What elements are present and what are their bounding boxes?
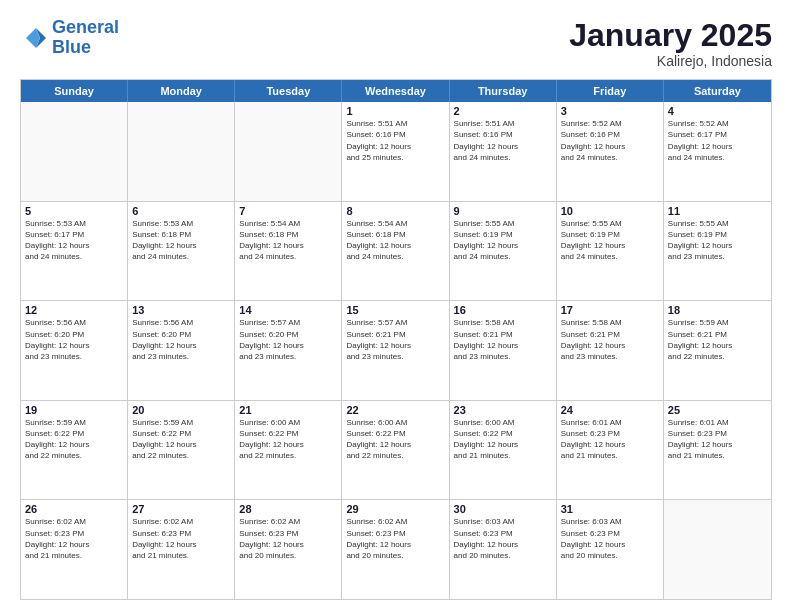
week-row-1: 1Sunrise: 5:51 AM Sunset: 6:16 PM Daylig…	[21, 102, 771, 202]
day-number: 6	[132, 205, 230, 217]
day-cell-3: 3Sunrise: 5:52 AM Sunset: 6:16 PM Daylig…	[557, 102, 664, 201]
day-cell-10: 10Sunrise: 5:55 AM Sunset: 6:19 PM Dayli…	[557, 202, 664, 301]
day-info: Sunrise: 5:51 AM Sunset: 6:16 PM Dayligh…	[454, 118, 552, 163]
day-number: 14	[239, 304, 337, 316]
day-cell-16: 16Sunrise: 5:58 AM Sunset: 6:21 PM Dayli…	[450, 301, 557, 400]
day-cell-27: 27Sunrise: 6:02 AM Sunset: 6:23 PM Dayli…	[128, 500, 235, 599]
day-cell-18: 18Sunrise: 5:59 AM Sunset: 6:21 PM Dayli…	[664, 301, 771, 400]
day-cell-26: 26Sunrise: 6:02 AM Sunset: 6:23 PM Dayli…	[21, 500, 128, 599]
day-of-week-tuesday: Tuesday	[235, 80, 342, 102]
day-info: Sunrise: 6:00 AM Sunset: 6:22 PM Dayligh…	[454, 417, 552, 462]
day-number: 31	[561, 503, 659, 515]
logo: General Blue	[20, 18, 119, 58]
day-info: Sunrise: 5:52 AM Sunset: 6:16 PM Dayligh…	[561, 118, 659, 163]
day-cell-14: 14Sunrise: 5:57 AM Sunset: 6:20 PM Dayli…	[235, 301, 342, 400]
logo-general: General	[52, 17, 119, 37]
day-info: Sunrise: 6:02 AM Sunset: 6:23 PM Dayligh…	[239, 516, 337, 561]
week-row-2: 5Sunrise: 5:53 AM Sunset: 6:17 PM Daylig…	[21, 202, 771, 302]
day-info: Sunrise: 5:52 AM Sunset: 6:17 PM Dayligh…	[668, 118, 767, 163]
day-cell-22: 22Sunrise: 6:00 AM Sunset: 6:22 PM Dayli…	[342, 401, 449, 500]
day-cell-20: 20Sunrise: 5:59 AM Sunset: 6:22 PM Dayli…	[128, 401, 235, 500]
day-cell-17: 17Sunrise: 5:58 AM Sunset: 6:21 PM Dayli…	[557, 301, 664, 400]
day-number: 1	[346, 105, 444, 117]
day-number: 26	[25, 503, 123, 515]
day-of-week-saturday: Saturday	[664, 80, 771, 102]
day-info: Sunrise: 5:53 AM Sunset: 6:18 PM Dayligh…	[132, 218, 230, 263]
day-cell-7: 7Sunrise: 5:54 AM Sunset: 6:18 PM Daylig…	[235, 202, 342, 301]
day-cell-28: 28Sunrise: 6:02 AM Sunset: 6:23 PM Dayli…	[235, 500, 342, 599]
day-info: Sunrise: 5:55 AM Sunset: 6:19 PM Dayligh…	[454, 218, 552, 263]
day-info: Sunrise: 6:02 AM Sunset: 6:23 PM Dayligh…	[25, 516, 123, 561]
month-title: January 2025	[569, 18, 772, 53]
day-info: Sunrise: 5:54 AM Sunset: 6:18 PM Dayligh…	[239, 218, 337, 263]
day-info: Sunrise: 5:51 AM Sunset: 6:16 PM Dayligh…	[346, 118, 444, 163]
calendar-header: SundayMondayTuesdayWednesdayThursdayFrid…	[21, 80, 771, 102]
day-number: 4	[668, 105, 767, 117]
day-cell-19: 19Sunrise: 5:59 AM Sunset: 6:22 PM Dayli…	[21, 401, 128, 500]
week-row-4: 19Sunrise: 5:59 AM Sunset: 6:22 PM Dayli…	[21, 401, 771, 501]
day-info: Sunrise: 6:03 AM Sunset: 6:23 PM Dayligh…	[454, 516, 552, 561]
day-number: 15	[346, 304, 444, 316]
day-cell-31: 31Sunrise: 6:03 AM Sunset: 6:23 PM Dayli…	[557, 500, 664, 599]
day-cell-15: 15Sunrise: 5:57 AM Sunset: 6:21 PM Dayli…	[342, 301, 449, 400]
day-number: 18	[668, 304, 767, 316]
day-number: 19	[25, 404, 123, 416]
location: Kalirejo, Indonesia	[569, 53, 772, 69]
day-of-week-thursday: Thursday	[450, 80, 557, 102]
day-info: Sunrise: 5:58 AM Sunset: 6:21 PM Dayligh…	[454, 317, 552, 362]
day-info: Sunrise: 5:57 AM Sunset: 6:20 PM Dayligh…	[239, 317, 337, 362]
day-of-week-sunday: Sunday	[21, 80, 128, 102]
day-number: 3	[561, 105, 659, 117]
day-number: 10	[561, 205, 659, 217]
calendar: SundayMondayTuesdayWednesdayThursdayFrid…	[20, 79, 772, 600]
day-cell-2: 2Sunrise: 5:51 AM Sunset: 6:16 PM Daylig…	[450, 102, 557, 201]
day-info: Sunrise: 5:57 AM Sunset: 6:21 PM Dayligh…	[346, 317, 444, 362]
day-cell-30: 30Sunrise: 6:03 AM Sunset: 6:23 PM Dayli…	[450, 500, 557, 599]
day-number: 29	[346, 503, 444, 515]
day-cell-12: 12Sunrise: 5:56 AM Sunset: 6:20 PM Dayli…	[21, 301, 128, 400]
day-number: 13	[132, 304, 230, 316]
day-cell-23: 23Sunrise: 6:00 AM Sunset: 6:22 PM Dayli…	[450, 401, 557, 500]
day-info: Sunrise: 6:02 AM Sunset: 6:23 PM Dayligh…	[346, 516, 444, 561]
day-number: 20	[132, 404, 230, 416]
day-cell-1: 1Sunrise: 5:51 AM Sunset: 6:16 PM Daylig…	[342, 102, 449, 201]
header: General Blue January 2025 Kalirejo, Indo…	[20, 18, 772, 69]
day-info: Sunrise: 5:59 AM Sunset: 6:21 PM Dayligh…	[668, 317, 767, 362]
day-info: Sunrise: 6:03 AM Sunset: 6:23 PM Dayligh…	[561, 516, 659, 561]
day-cell-24: 24Sunrise: 6:01 AM Sunset: 6:23 PM Dayli…	[557, 401, 664, 500]
day-number: 30	[454, 503, 552, 515]
day-info: Sunrise: 5:53 AM Sunset: 6:17 PM Dayligh…	[25, 218, 123, 263]
title-block: January 2025 Kalirejo, Indonesia	[569, 18, 772, 69]
day-info: Sunrise: 5:55 AM Sunset: 6:19 PM Dayligh…	[668, 218, 767, 263]
day-number: 9	[454, 205, 552, 217]
day-number: 16	[454, 304, 552, 316]
day-info: Sunrise: 5:56 AM Sunset: 6:20 PM Dayligh…	[132, 317, 230, 362]
day-info: Sunrise: 5:59 AM Sunset: 6:22 PM Dayligh…	[132, 417, 230, 462]
day-number: 27	[132, 503, 230, 515]
day-info: Sunrise: 5:54 AM Sunset: 6:18 PM Dayligh…	[346, 218, 444, 263]
day-number: 2	[454, 105, 552, 117]
empty-cell	[21, 102, 128, 201]
calendar-body: 1Sunrise: 5:51 AM Sunset: 6:16 PM Daylig…	[21, 102, 771, 599]
day-number: 5	[25, 205, 123, 217]
day-cell-21: 21Sunrise: 6:00 AM Sunset: 6:22 PM Dayli…	[235, 401, 342, 500]
day-cell-29: 29Sunrise: 6:02 AM Sunset: 6:23 PM Dayli…	[342, 500, 449, 599]
logo-icon	[20, 24, 48, 52]
day-number: 12	[25, 304, 123, 316]
day-number: 23	[454, 404, 552, 416]
logo-blue: Blue	[52, 38, 119, 58]
week-row-5: 26Sunrise: 6:02 AM Sunset: 6:23 PM Dayli…	[21, 500, 771, 599]
day-number: 24	[561, 404, 659, 416]
day-info: Sunrise: 5:56 AM Sunset: 6:20 PM Dayligh…	[25, 317, 123, 362]
day-number: 28	[239, 503, 337, 515]
empty-cell	[235, 102, 342, 201]
day-number: 7	[239, 205, 337, 217]
day-number: 17	[561, 304, 659, 316]
day-cell-25: 25Sunrise: 6:01 AM Sunset: 6:23 PM Dayli…	[664, 401, 771, 500]
day-number: 22	[346, 404, 444, 416]
logo-text: General Blue	[52, 18, 119, 58]
day-cell-5: 5Sunrise: 5:53 AM Sunset: 6:17 PM Daylig…	[21, 202, 128, 301]
day-number: 21	[239, 404, 337, 416]
day-info: Sunrise: 6:01 AM Sunset: 6:23 PM Dayligh…	[561, 417, 659, 462]
day-of-week-wednesday: Wednesday	[342, 80, 449, 102]
